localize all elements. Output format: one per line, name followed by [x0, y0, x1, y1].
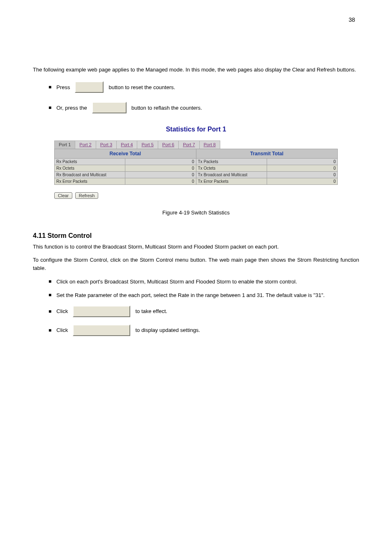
- clear-button[interactable]: Clear: [54, 192, 72, 199]
- tx-label: Tx Error Packets: [196, 178, 267, 185]
- step-prefix: Click: [56, 308, 68, 314]
- transmit-total-header: Transmit Total: [196, 149, 338, 159]
- intro-paragraph: The following example web page applies t…: [33, 66, 359, 74]
- bullet-icon: ■: [48, 279, 51, 284]
- action-prefix: Press: [56, 84, 70, 90]
- tx-value: 0: [267, 159, 337, 165]
- tab-port-2[interactable]: Port 2: [75, 140, 96, 149]
- page-number: 38: [348, 16, 355, 23]
- step-item: ■ Click to take effect.: [48, 306, 359, 317]
- port-tabs: Port 1 Port 2 Port 3 Port 4 Port 5 Port …: [54, 140, 338, 149]
- tx-label: Tx Octets: [196, 165, 267, 172]
- tab-port-7[interactable]: Port 7: [179, 140, 199, 149]
- step-text: Click on each port's Broadcast Storm, Mu…: [56, 279, 297, 285]
- action-suffix: button to reflash the counters.: [131, 105, 202, 111]
- statistics-table: Receive Total Transmit Total Rx Packets …: [54, 149, 338, 185]
- rx-value: 0: [125, 159, 196, 165]
- table-row: Rx Error Packets 0 Tx Error Packets 0: [55, 178, 338, 185]
- step-item: ■ Click on each port's Broadcast Storm, …: [48, 279, 359, 285]
- tab-port-1[interactable]: Port 1: [54, 140, 75, 149]
- rx-value: 0: [125, 172, 196, 178]
- update-setting-button-illustration: [73, 306, 130, 317]
- tx-value: 0: [267, 165, 337, 172]
- tab-port-8[interactable]: Port 8: [200, 140, 220, 149]
- rx-value: 0: [125, 178, 196, 185]
- top-action-item: ■ Or, press the button to reflash the co…: [48, 102, 359, 113]
- statistics-screenshot: Statistics for Port 1 Port 1 Port 2 Port…: [54, 126, 338, 199]
- section-paragraph: This function is to control the Braodcas…: [33, 243, 359, 251]
- tab-port-5[interactable]: Port 5: [137, 140, 158, 149]
- step-item: ■ Click to display updated settings.: [48, 325, 359, 336]
- screenshot-buttons: Clear Refresh: [54, 191, 338, 199]
- rx-label: Rx Packets: [55, 159, 125, 165]
- retrieve-settings-button-illustration: [73, 325, 130, 336]
- step-item: ■ Set the Rate parameter of the each por…: [48, 292, 359, 298]
- step-suffix: to display updated settings.: [135, 327, 200, 333]
- bullet-icon: ■: [48, 292, 51, 297]
- rx-label: Rx Broadcast and Multicast: [55, 172, 125, 178]
- tx-label: Tx Packets: [196, 159, 267, 165]
- bullet-icon: ■: [48, 85, 51, 90]
- tx-value: 0: [267, 172, 337, 178]
- stats-title: Statistics for Port 1: [54, 126, 338, 133]
- rx-value: 0: [125, 165, 196, 172]
- tab-port-6[interactable]: Port 6: [158, 140, 179, 149]
- top-actions-list: ■ Press button to reset the counters. ■ …: [33, 81, 359, 113]
- table-row: Rx Octets 0 Tx Octets 0: [55, 165, 338, 172]
- receive-total-header: Receive Total: [55, 149, 196, 159]
- section-paragraph-2: To configure the Storm Control, click on…: [33, 256, 359, 272]
- tab-port-4[interactable]: Port 4: [117, 140, 137, 149]
- clear-button-illustration: [75, 81, 104, 93]
- step-text: Set the Rate parameter of the each port,…: [56, 292, 325, 298]
- refresh-button-illustration: [92, 102, 127, 113]
- figure-caption: Figure 4-19 Switch Statistics: [33, 210, 359, 216]
- page: 38 The following example web page applie…: [0, 0, 392, 555]
- steps-list: ■ Click on each port's Broadcast Storm, …: [33, 279, 359, 336]
- top-action-item: ■ Press button to reset the counters.: [48, 81, 359, 93]
- tab-port-3[interactable]: Port 3: [96, 140, 117, 149]
- refresh-button[interactable]: Refresh: [75, 192, 99, 199]
- table-row: Rx Packets 0 Tx Packets 0: [55, 159, 338, 165]
- table-row: Rx Broadcast and Multicast 0 Tx Broadcas…: [55, 172, 338, 178]
- rx-label: Rx Error Packets: [55, 178, 125, 185]
- bullet-icon: ■: [48, 328, 51, 333]
- section-heading: 4.11 Storm Control: [33, 232, 359, 240]
- bullet-icon: ■: [48, 309, 51, 314]
- action-suffix: button to reset the counters.: [108, 84, 175, 90]
- bullet-icon: ■: [48, 105, 51, 110]
- rx-label: Rx Octets: [55, 165, 125, 172]
- step-prefix: Click: [56, 327, 68, 333]
- action-prefix: Or, press the: [56, 105, 87, 111]
- tx-value: 0: [267, 178, 337, 185]
- step-suffix: to take effect.: [135, 308, 167, 314]
- tx-label: Tx Broadcast and Multicast: [196, 172, 267, 178]
